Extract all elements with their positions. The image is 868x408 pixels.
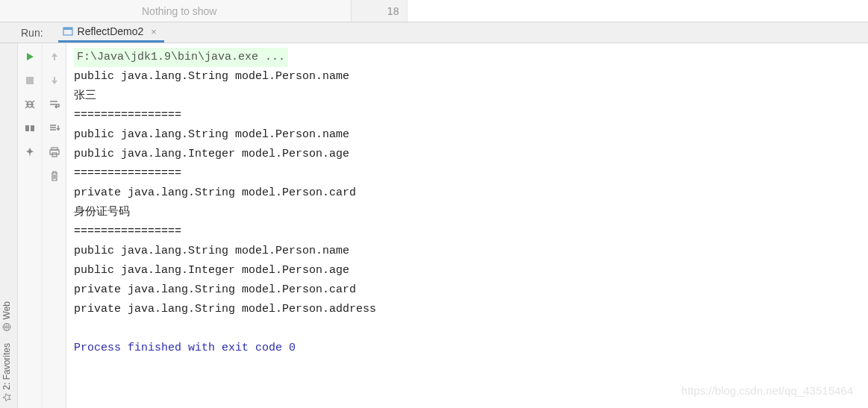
stop-button[interactable] [21,72,39,90]
output-line: 张三 [74,87,868,106]
output-line: private java.lang.String model.Person.ca… [74,183,868,203]
side-tab-favorites-label: 2: Favorites [1,343,12,390]
output-line: public java.lang.String model.Person.nam… [74,125,868,145]
side-tab-web[interactable]: Web [0,295,13,337]
output-line: ================ [74,164,868,183]
pin-button[interactable] [21,143,39,161]
side-tab-favorites[interactable]: 2: Favorites [0,337,13,408]
run-tab[interactable]: ReflectDemo2 × [58,22,164,43]
rerun-button[interactable] [21,48,39,66]
down-button[interactable] [46,72,63,90]
command-line: F:\Java\jdk1.9\bin\java.exe ... [74,48,288,67]
output-line: ================ [74,222,868,242]
svg-rect-7 [50,150,59,154]
scroll-to-end-button[interactable] [46,119,63,137]
debug-button[interactable] [21,95,39,113]
run-config-icon [63,26,73,37]
print-button[interactable] [46,143,63,161]
svg-rect-4 [25,125,29,131]
console-output[interactable]: F:\Java\jdk1.9\bin\java.exe ... public j… [66,43,868,408]
clear-button[interactable] [46,167,63,185]
editor-empty-text: Nothing to show [0,0,351,22]
editor-top-row: Nothing to show 18 [0,0,868,22]
editor-area[interactable] [407,0,868,22]
output-line: public java.lang.String model.Person.nam… [74,242,868,261]
svg-rect-1 [63,28,72,30]
star-icon [2,393,11,402]
globe-icon [2,322,11,331]
output-line: ================ [74,106,868,125]
exit-line: Process finished with exit code 0 [74,339,868,358]
run-tab-name: ReflectDemo2 [78,25,144,37]
soft-wrap-button[interactable] [46,95,63,113]
svg-rect-5 [31,125,34,131]
left-tool-rail: Web 2: Favorites [0,43,18,408]
watermark: https://blog.csdn.net/qq_43515464 [681,381,853,401]
output-line: private java.lang.String model.Person.ad… [74,300,868,319]
output-line: public java.lang.Integer model.Person.ag… [74,145,868,164]
close-icon[interactable]: × [151,26,157,37]
output-line: 身份证号码 [74,203,868,222]
layout-button[interactable] [21,119,39,137]
output-line: public java.lang.Integer model.Person.ag… [74,261,868,280]
output-line: private java.lang.String model.Person.ca… [74,280,868,300]
up-button[interactable] [46,48,63,66]
run-toolbar [18,43,66,408]
run-panel-label: Run: [21,27,43,39]
line-number: 18 [351,0,407,22]
output-line: public java.lang.String model.Person.nam… [74,67,868,87]
run-panel-header: Run: ReflectDemo2 × [0,22,868,43]
side-tab-web-label: Web [1,301,12,319]
